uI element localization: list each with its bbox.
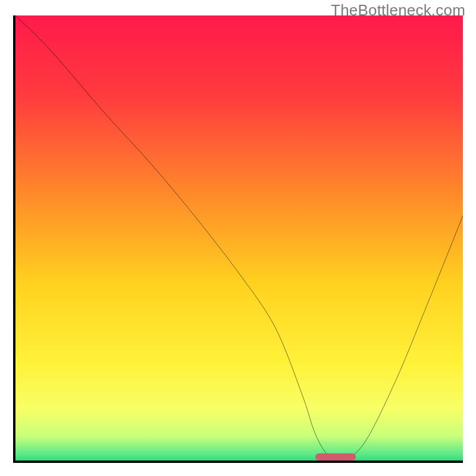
plot-area [13,15,463,463]
bottleneck-curve [15,15,463,461]
chart-frame: TheBottleneck.com [0,0,476,476]
optimal-marker [315,453,356,461]
